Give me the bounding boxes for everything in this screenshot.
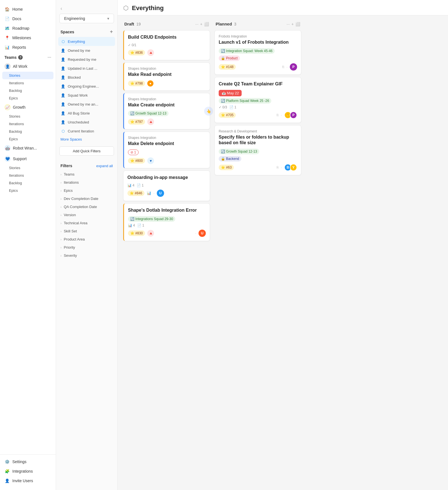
engineering-dropdown[interactable]: Engineering ▾ — [59, 14, 114, 23]
filter-skill-set[interactable]: › Skill Set — [56, 227, 117, 235]
planned-more-icon[interactable]: ··· — [286, 22, 290, 26]
space-updated-in-last[interactable]: 👤 Updated in Last ... — [56, 64, 117, 73]
card-frobots-title: Launch v1 of Frobots Integration — [219, 39, 297, 45]
filter-product-area[interactable]: › Product Area — [56, 235, 117, 243]
filter-epics[interactable]: › Epics — [56, 186, 117, 195]
team-support[interactable]: 💙 Support — [0, 153, 56, 164]
nav-roadmap[interactable]: 🗺️ Roadmap — [0, 24, 56, 33]
filter-teams[interactable]: › Teams — [56, 170, 117, 178]
nav-reports-label: Reports — [12, 45, 26, 50]
card-dotlab: Shape's Dotlab Integration Error 🔄 Integ… — [123, 203, 210, 241]
filter-priority[interactable]: › Priority — [56, 243, 117, 251]
more-spaces-link[interactable]: More Spaces — [56, 136, 117, 143]
card-specify-files-avatars: B Y — [284, 164, 297, 171]
draft-count: 19 — [136, 22, 141, 26]
sub-iterations-growth[interactable]: Iterations — [0, 120, 56, 128]
space-squad-work[interactable]: 👤 Squad Work — [56, 91, 117, 100]
planned-view-icon[interactable]: ⬜ — [295, 22, 300, 26]
card-dotlab-stat: 📊 4 — [128, 223, 135, 227]
card-make-read-badge: ⭐ #798 — [128, 81, 145, 86]
nav-integrations[interactable]: 🧩 Integrations — [0, 466, 56, 476]
team-robot[interactable]: 🤖 Robot Wran... — [0, 143, 56, 153]
filter-product-label: Product Area — [64, 237, 85, 241]
dropdown-arrow: ▾ — [107, 16, 109, 21]
sub-stories-growth[interactable]: Stories — [0, 113, 56, 120]
filter-arrow-teams: › — [60, 173, 62, 176]
blocked-icon: 👤 — [60, 75, 66, 80]
planned-actions[interactable]: ··· + ⬜ — [286, 22, 300, 26]
nav-docs[interactable]: 📄 Docs — [0, 14, 56, 24]
team-all-work[interactable]: 👤 All Work — [0, 61, 56, 72]
card-make-read-title: Make Read endpoint — [128, 72, 206, 78]
collapse-btn[interactable]: ‹ — [60, 6, 62, 11]
card-frobots-product: 🔒 Product — [219, 55, 240, 61]
current-iteration-icon: ⬡ — [60, 129, 66, 134]
column-draft-header: Draft 19 ··· + ⬜ — [123, 20, 210, 28]
sub-iterations-support[interactable]: Iterations — [0, 172, 56, 179]
space-owned-by-me-and[interactable]: 👤 Owned by me an... — [56, 100, 117, 109]
space-all-bug-storie[interactable]: 👤 All Bug Storie — [56, 109, 117, 118]
teams-dots[interactable]: ··· — [48, 55, 51, 60]
nav-home-label: Home — [12, 7, 23, 11]
updated-icon: 👤 — [60, 66, 66, 71]
add-quick-filters-btn[interactable]: Add Quick Filters — [59, 146, 114, 156]
nav-settings[interactable]: ⚙️ Settings — [0, 457, 56, 466]
sub-stories-all[interactable]: Stories — [2, 72, 53, 79]
filter-technical-area[interactable]: › Technical Area — [56, 219, 117, 227]
draft-actions[interactable]: ··· + ⬜ — [195, 22, 209, 26]
filter-version[interactable]: › Version — [56, 211, 117, 219]
filter-priority-label: Priority — [64, 245, 75, 249]
draft-more-icon[interactable]: ··· — [195, 22, 199, 26]
nav-home[interactable]: 🏠 Home — [0, 4, 56, 14]
card-specify-files-iteration: 🔄 Growth Squad 12-13 — [219, 149, 259, 154]
space-requested-by-me[interactable]: 👤 Requested by me — [56, 55, 117, 64]
filter-severity[interactable]: › Severity — [56, 251, 117, 260]
space-everything[interactable]: ⬡ Everything — [58, 37, 115, 46]
space-current-iteration[interactable]: ⬡ Current Iteration — [56, 127, 117, 136]
space-ongoing-engineer[interactable]: 👤 Ongoing Enginee... — [56, 82, 117, 91]
draft-view-icon[interactable]: ⬜ — [204, 22, 209, 26]
filter-iterations[interactable]: › Iterations — [56, 178, 117, 186]
sub-epics-growth[interactable]: Epics — [0, 135, 56, 143]
card-make-delete: Shapes Integration Make Delete endpoint … — [123, 132, 210, 168]
sub-stories-support[interactable]: Stories — [0, 164, 56, 172]
sub-backlog-all[interactable]: Backlog — [0, 87, 56, 94]
nav-reports[interactable]: 📊 Reports — [0, 43, 56, 52]
nav-invite[interactable]: 👤 Invite Users — [0, 476, 56, 486]
support-icon: 💙 — [4, 156, 11, 162]
growth-icon: 📈 — [4, 104, 11, 110]
roadmap-icon: 🗺️ — [4, 26, 10, 31]
card-make-create-badge: ⭐ #797 — [128, 119, 145, 125]
space-blocked[interactable]: 👤 Blocked — [56, 73, 117, 82]
card-make-read-label: Shapes Integration — [128, 67, 206, 71]
card-q2-gif-check: ✓ 0/3 — [219, 105, 227, 109]
filter-arrow-qa: › — [60, 205, 62, 209]
dot-sep-1: · — [153, 191, 155, 195]
team-growth[interactable]: 📈 Growth — [0, 102, 56, 113]
sub-epics-support[interactable]: Epics — [0, 187, 56, 194]
sub-backlog-support[interactable]: Backlog — [0, 179, 56, 187]
owned-by-me-label: Owned by me — [68, 48, 90, 53]
nav-roadmap-label: Roadmap — [12, 26, 29, 31]
card-make-create-label: Shapes Integration — [128, 97, 206, 101]
sub-backlog-growth[interactable]: Backlog — [0, 128, 56, 135]
add-space-btn[interactable]: + — [110, 29, 113, 35]
invite-label: Invite Users — [12, 479, 33, 483]
card-onboarding-title: Onboarding in-app message — [127, 175, 206, 181]
space-owned-by-me[interactable]: 👤 Owned by me — [56, 46, 117, 55]
nav-milestones[interactable]: 📍 Milestones — [0, 33, 56, 43]
owned-and-label: Owned by me an... — [68, 102, 98, 106]
expand-all-btn[interactable]: expand all — [96, 164, 113, 168]
sub-epics-all[interactable]: Epics — [0, 94, 56, 102]
column-planned-header: Planned 3 ··· + ⬜ — [214, 20, 301, 28]
all-work-icon: 👤 — [4, 63, 11, 69]
draft-add-icon[interactable]: + — [200, 22, 202, 26]
card-dotlab-badge: ⭐ #830 — [128, 230, 145, 236]
filter-dev-completion-date[interactable]: › Dev Completion Date — [56, 195, 117, 203]
planned-add-icon[interactable]: + — [291, 22, 294, 26]
board-area: Draft 19 ··· + ⬜ Build CRUD Endpoints ✓ … — [118, 15, 448, 490]
blocked-label: Blocked — [68, 75, 81, 80]
filter-qa-completion-date[interactable]: › QA Completion Date — [56, 203, 117, 211]
sub-iterations-all[interactable]: Iterations — [0, 79, 56, 87]
space-unscheduled[interactable]: 👤 Unscheduled — [56, 118, 117, 127]
